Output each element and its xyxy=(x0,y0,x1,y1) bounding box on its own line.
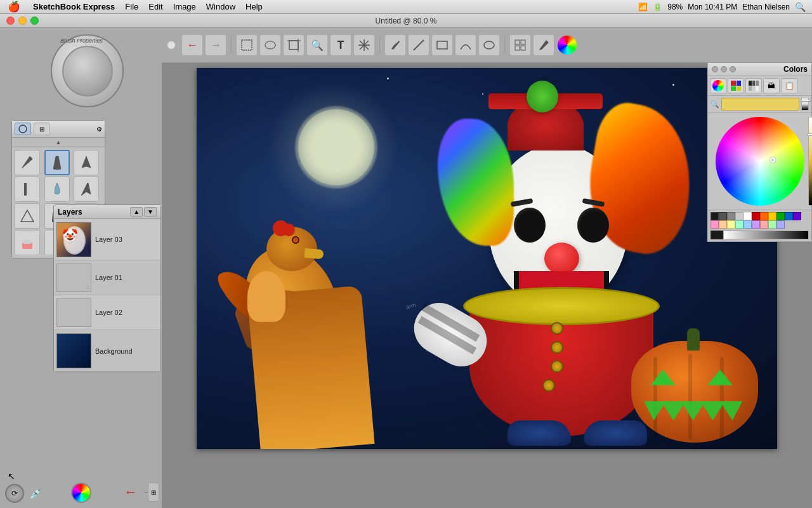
swatch-med[interactable] xyxy=(727,212,735,220)
menu-edit[interactable]: Edit xyxy=(143,2,167,11)
zoom-btn[interactable]: 🔍 xyxy=(306,34,328,56)
pumpkin-body xyxy=(631,341,758,443)
select-rect-btn[interactable] xyxy=(236,34,258,56)
swatch-red[interactable] xyxy=(752,212,760,220)
crop-btn[interactable] xyxy=(283,34,304,56)
prev-arrow[interactable]: ← xyxy=(124,484,138,500)
color-wheel[interactable] xyxy=(716,117,804,206)
brush-marker[interactable] xyxy=(44,150,70,175)
swatch-extra3[interactable] xyxy=(776,220,785,229)
arc-btn[interactable] xyxy=(455,34,476,56)
menu-window[interactable]: Window xyxy=(201,2,240,11)
swatch-extra2[interactable] xyxy=(768,220,776,229)
color-brightness-bar[interactable] xyxy=(801,98,809,110)
swatch-white[interactable] xyxy=(743,212,752,220)
canvas-close-dot[interactable] xyxy=(167,41,176,50)
color-tab-swatches[interactable] xyxy=(728,78,744,93)
color-tab-wheel[interactable] xyxy=(710,78,726,93)
layer-item-01[interactable]: ↕ Layer 01 xyxy=(54,260,160,295)
brush-circle[interactable] xyxy=(51,34,124,107)
brush-tab-2[interactable]: ⊞ xyxy=(34,123,50,135)
swatch-ltblue[interactable] xyxy=(743,220,752,229)
pumpkin-line3 xyxy=(720,357,724,439)
undo-btn[interactable]: ← xyxy=(181,34,203,56)
select-lasso-btn[interactable] xyxy=(259,34,281,56)
line-btn[interactable] xyxy=(408,34,429,56)
brush-pencil[interactable] xyxy=(15,150,40,175)
color-wheel-wrapper[interactable] xyxy=(716,117,804,206)
app-name[interactable]: SketchBook Express xyxy=(28,2,120,11)
text-btn[interactable]: T xyxy=(330,34,351,56)
redo-btn[interactable]: → xyxy=(205,34,226,56)
menu-image[interactable]: Image xyxy=(168,2,201,11)
swatch-ltyellow[interactable] xyxy=(727,220,735,229)
layer-up-btn[interactable]: ▲ xyxy=(130,207,143,217)
color-wheel-btn[interactable] xyxy=(556,34,578,56)
canvas[interactable]: arm xyxy=(197,68,777,449)
brush-flat[interactable] xyxy=(15,177,40,202)
eyedropper-tool[interactable]: 💉 xyxy=(28,486,43,501)
brush-settings[interactable]: ⚙ xyxy=(96,126,102,133)
layer-item-03[interactable]: 🤡 Layer 03 xyxy=(54,219,160,260)
brush-expand[interactable]: ▲ xyxy=(12,138,105,147)
brush-triangle[interactable] xyxy=(15,203,40,229)
brush-tool-btn[interactable] xyxy=(533,34,554,56)
search-icon[interactable]: 🔍 xyxy=(795,2,806,12)
menu-file[interactable]: File xyxy=(120,2,143,11)
pen-btn[interactable] xyxy=(384,34,406,56)
swatch-green[interactable] xyxy=(776,212,785,220)
swatch-light[interactable] xyxy=(735,212,743,220)
swatch-yellow[interactable] xyxy=(768,212,776,220)
brush-ink[interactable] xyxy=(74,150,99,175)
transform-btn[interactable] xyxy=(353,34,375,56)
color-panel-dot-1[interactable] xyxy=(712,66,718,72)
brightness-slider-handle xyxy=(808,133,813,136)
swatch-purple[interactable] xyxy=(793,212,801,220)
brush-tab-1[interactable] xyxy=(15,123,31,135)
clown-eye-right xyxy=(577,208,609,243)
layer-item-02[interactable]: Layer 02 xyxy=(54,295,160,330)
color-panel-dot-2[interactable] xyxy=(721,66,727,72)
minimize-button[interactable] xyxy=(18,17,27,25)
username: Ethan Nielsen xyxy=(742,3,790,11)
color-tab-image[interactable]: 🏔 xyxy=(763,78,780,93)
swatch-pink[interactable] xyxy=(710,220,719,229)
layers-toggle-btn[interactable]: ⊞ xyxy=(148,483,159,502)
brush-thin[interactable] xyxy=(74,177,99,202)
color-panel-dot-3[interactable] xyxy=(730,66,736,72)
maximize-button[interactable] xyxy=(30,17,39,25)
color-tab-grid[interactable] xyxy=(745,78,762,93)
svg-rect-29 xyxy=(521,40,525,44)
swatch-lavender[interactable] xyxy=(752,220,760,229)
rect-shape-btn[interactable] xyxy=(431,34,453,56)
swatch-mint[interactable] xyxy=(735,220,743,229)
cursor-tool[interactable]: ↖ xyxy=(5,470,18,483)
current-color-swatch[interactable] xyxy=(710,231,723,239)
apple-menu[interactable]: 🍎 xyxy=(0,1,28,13)
layer-item-background[interactable]: Background xyxy=(54,330,160,371)
layer-down-btn[interactable]: ▼ xyxy=(144,207,157,217)
color-tab-palette[interactable]: 📋 xyxy=(781,78,797,93)
layers-header: Layers ▲ ▼ xyxy=(54,205,160,219)
swatch-blue[interactable] xyxy=(785,212,793,220)
color-gradient-bar[interactable] xyxy=(723,231,809,239)
swatch-peach[interactable] xyxy=(719,220,727,229)
color-mini-wheel[interactable] xyxy=(71,483,91,503)
swatch-dark[interactable] xyxy=(719,212,727,220)
color-panel-title: Colors xyxy=(783,65,808,74)
color-search-field[interactable] xyxy=(721,98,799,110)
clown-eye-left xyxy=(514,208,546,243)
menu-help[interactable]: Help xyxy=(240,2,268,11)
brush-eraser[interactable] xyxy=(15,230,40,255)
moon-halo xyxy=(266,81,400,214)
swatch-orange[interactable] xyxy=(760,212,768,220)
stamp-btn[interactable] xyxy=(509,34,531,56)
swatch-black[interactable] xyxy=(710,212,719,220)
rotate-tool[interactable]: ⟳ xyxy=(5,484,24,503)
close-button[interactable] xyxy=(6,17,15,25)
color-brightness-slider[interactable] xyxy=(808,117,813,206)
wifi-icon: 📶 xyxy=(638,3,648,11)
ellipse-btn[interactable] xyxy=(478,34,500,56)
swatch-extra1[interactable] xyxy=(760,220,768,229)
brush-drop[interactable] xyxy=(44,177,70,202)
